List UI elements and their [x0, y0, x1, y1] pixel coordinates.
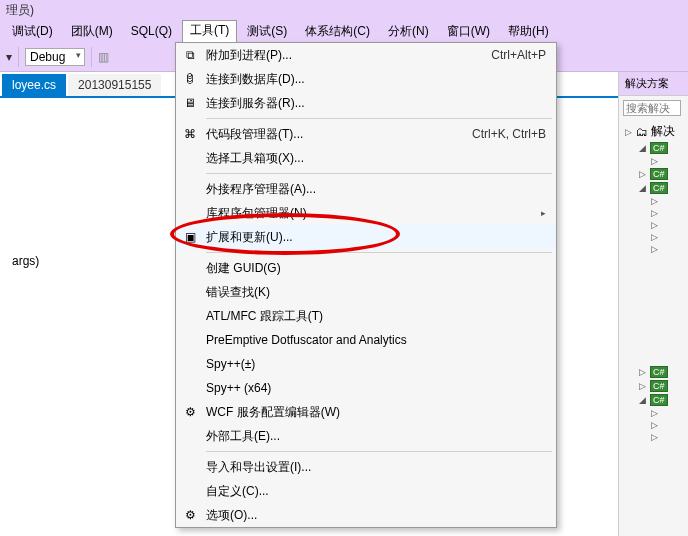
expand-icon[interactable]: ▷ [623, 127, 633, 137]
menu-separator [206, 118, 552, 119]
tree-project-node[interactable]: ▷ C# [623, 365, 688, 379]
tab-label: 20130915155 [78, 78, 151, 92]
menu-error-lookup[interactable]: 错误查找(K) [176, 280, 556, 304]
title-text: 理员) [6, 3, 34, 17]
menu-team[interactable]: 团队(M) [63, 21, 121, 42]
collapse-icon[interactable]: ◢ [637, 143, 647, 153]
solution-explorer: 解决方案 ▷ 🗂 解决 ◢ C# ▷ ▷ C# ◢ C# ▷ ▷ ▷ ▷ ▷ ▷… [618, 72, 688, 536]
menu-import-export[interactable]: 导入和导出设置(I)... [176, 455, 556, 479]
csharp-project-icon: C# [650, 182, 668, 194]
attach-process-icon: ⧉ [182, 47, 198, 63]
toolbar-dropdown-caret[interactable]: ▾ [6, 50, 12, 64]
toolbar-more[interactable]: ▥ [98, 50, 109, 64]
solution-search-input[interactable] [623, 100, 681, 116]
config-dropdown[interactable]: Debug [25, 48, 85, 66]
menu-connect-db[interactable]: 🛢 连接到数据库(D)... [176, 67, 556, 91]
menu-attach-process[interactable]: ⧉ 附加到进程(P)... Ctrl+Alt+P [176, 43, 556, 67]
shortcut: Ctrl+Alt+P [491, 48, 546, 62]
solution-search [623, 100, 684, 116]
csharp-project-icon: C# [650, 366, 668, 378]
menu-create-guid[interactable]: 创建 GUID(G) [176, 256, 556, 280]
menu-extensions-updates[interactable]: ▣ 扩展和更新(U)... [176, 225, 556, 249]
tree-label: 解决 [651, 123, 675, 140]
tree-project-node[interactable]: ▷ C# [623, 167, 688, 181]
tab-other[interactable]: 20130915155 [68, 74, 161, 96]
expand-icon[interactable]: ▷ [637, 381, 647, 391]
menu-sql[interactable]: SQL(Q) [123, 22, 180, 40]
menu-help[interactable]: 帮助(H) [500, 21, 557, 42]
tree-item[interactable]: ▷ [623, 207, 688, 219]
csharp-project-icon: C# [650, 142, 668, 154]
tree-item[interactable]: ▷ [623, 155, 688, 167]
menu-wcf-config[interactable]: ⚙ WCF 服务配置编辑器(W) [176, 400, 556, 424]
tree-project-node[interactable]: ◢ C# [623, 393, 688, 407]
toolbar-sep [18, 47, 19, 67]
tab-employee[interactable]: loyee.cs [2, 74, 66, 96]
csharp-project-icon: C# [650, 168, 668, 180]
menubar: 调试(D) 团队(M) SQL(Q) 工具(T) 测试(S) 体系结构(C) 分… [0, 20, 688, 42]
csharp-project-icon: C# [650, 394, 668, 406]
menu-library-package[interactable]: 库程序包管理器(N) ▸ [176, 201, 556, 225]
menu-code-snippets[interactable]: ⌘ 代码段管理器(T)... Ctrl+K, Ctrl+B [176, 122, 556, 146]
solution-explorer-title: 解决方案 [619, 72, 688, 96]
database-icon: 🛢 [182, 71, 198, 87]
menu-addin-manager[interactable]: 外接程序管理器(A)... [176, 177, 556, 201]
snippet-icon: ⌘ [182, 126, 198, 142]
wcf-icon: ⚙ [182, 404, 198, 420]
shortcut: Ctrl+K, Ctrl+B [472, 127, 546, 141]
tree-project-node[interactable]: ◢ C# [623, 141, 688, 155]
tree-project-node[interactable]: ◢ C# [623, 181, 688, 195]
menu-spypp64[interactable]: Spy++ (x64) [176, 376, 556, 400]
tree-item[interactable]: ▷ [623, 231, 688, 243]
menu-choose-toolbox[interactable]: 选择工具箱项(X)... [176, 146, 556, 170]
toolbar-sep2 [91, 47, 92, 67]
expand-icon[interactable]: ▷ [637, 169, 647, 179]
tree-item[interactable]: ▷ [623, 195, 688, 207]
menu-external-tools[interactable]: 外部工具(E)... [176, 424, 556, 448]
tools-menu: ⧉ 附加到进程(P)... Ctrl+Alt+P 🛢 连接到数据库(D)... … [175, 42, 557, 528]
menu-atl-mfc-trace[interactable]: ATL/MFC 跟踪工具(T) [176, 304, 556, 328]
menu-options[interactable]: ⚙ 选项(O)... [176, 503, 556, 527]
tree-item[interactable]: ▷ [623, 407, 688, 419]
tree-project-node[interactable]: ▷ C# [623, 379, 688, 393]
menu-arch[interactable]: 体系结构(C) [297, 21, 378, 42]
submenu-arrow-icon: ▸ [541, 208, 546, 218]
menu-spypp[interactable]: Spy++(±) [176, 352, 556, 376]
extensions-icon: ▣ [182, 229, 198, 245]
tree-solution-node[interactable]: ▷ 🗂 解决 [623, 122, 688, 141]
server-icon: 🖥 [182, 95, 198, 111]
menu-preemptive[interactable]: PreEmptive Dotfuscator and Analytics [176, 328, 556, 352]
gear-icon: ⚙ [182, 507, 198, 523]
csharp-project-icon: C# [650, 380, 668, 392]
solution-icon: 🗂 [636, 125, 648, 139]
expand-icon[interactable]: ▷ [637, 367, 647, 377]
menu-separator [206, 252, 552, 253]
tab-label: loyee.cs [12, 78, 56, 92]
menu-separator [206, 173, 552, 174]
menu-separator [206, 451, 552, 452]
tree-item[interactable]: ▷ [623, 219, 688, 231]
tree-item[interactable]: ▷ [623, 431, 688, 443]
menu-test[interactable]: 测试(S) [239, 21, 295, 42]
tree-item[interactable]: ▷ [623, 419, 688, 431]
menu-window[interactable]: 窗口(W) [439, 21, 498, 42]
collapse-icon[interactable]: ◢ [637, 183, 647, 193]
solution-tree: ▷ 🗂 解决 ◢ C# ▷ ▷ C# ◢ C# ▷ ▷ ▷ ▷ ▷ ▷ C# ▷… [619, 120, 688, 445]
titlebar: 理员) [0, 0, 688, 20]
menu-analyze[interactable]: 分析(N) [380, 21, 437, 42]
tree-item[interactable]: ▷ [623, 243, 688, 255]
menu-connect-server[interactable]: 🖥 连接到服务器(R)... [176, 91, 556, 115]
collapse-icon[interactable]: ◢ [637, 395, 647, 405]
menu-tools[interactable]: 工具(T) [182, 20, 237, 42]
menu-debug[interactable]: 调试(D) [4, 21, 61, 42]
menu-customize[interactable]: 自定义(C)... [176, 479, 556, 503]
